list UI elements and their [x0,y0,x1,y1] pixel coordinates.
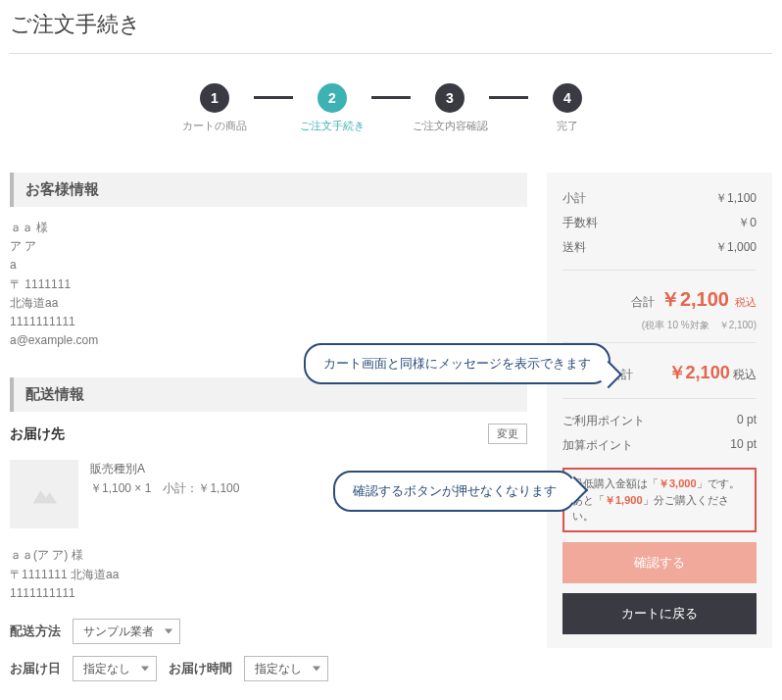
step-circle: 2 [318,83,347,113]
customer-kana: ア ア [10,237,527,256]
step-label: ご注文手続き [293,119,371,133]
change-shipping-button[interactable]: 変更 [488,424,527,444]
subtotal-value: ￥1,100 [715,190,757,207]
shipping-fee-value: ￥1,000 [715,239,757,256]
min-amount: ￥3,000 [659,477,697,489]
customer-postal: 〒 1111111 [10,275,527,294]
delivery-date-select[interactable]: 指定なし [73,656,157,681]
confirm-button: 確認する [562,542,757,583]
back-to-cart-button[interactable]: カートに戻る [562,593,757,634]
step-label: カートの商品 [175,119,254,133]
annotation-callout-2: 確認するボタンが押せなくなります [333,471,576,512]
shipping-fee-label: 送料 [562,239,586,256]
step-label: 完了 [528,119,607,133]
min-purchase-warning: 最低購入金額は「￥3,000」です。 あと「￥1,900」分ご購入ください。 [562,468,757,532]
delivery-time-label: お届け時間 [169,660,232,677]
use-points-label: ご利用ポイント [562,413,645,429]
shipping-dest-label: お届け先 [10,425,65,443]
use-points-row: ご利用ポイント 0 pt [562,409,757,433]
total-label: 合計 [631,294,655,311]
customer-info-title: お客様情報 [10,173,527,207]
divider [562,270,757,271]
add-points-value: 10 pt [730,437,757,454]
subtotal-label: 小計 [562,190,586,207]
customer-name: ａａ 様 [10,219,527,237]
divider [10,53,772,54]
ship-postal-addr: 〒1111111 北海道aa [10,566,527,584]
customer-info: ａａ 様 ア ア a 〒 1111111 北海道aa 1111111111 a@… [10,219,527,350]
delivery-time-select[interactable]: 指定なし [244,656,328,681]
step-circle: 3 [435,83,464,113]
add-points-row: 加算ポイント 10 pt [562,433,757,458]
step-line [254,96,293,99]
fee-value: ￥0 [738,215,757,231]
tax-suffix: 税込 [733,368,757,381]
use-points-value: 0 pt [737,413,757,429]
annotation-callout-1: カート画面と同様にメッセージを表示できます [304,343,611,384]
step-4: 4 完了 [528,83,607,133]
fee-row: 手数料 ￥0 [562,211,757,235]
product-price-line: ￥1,100 × 1 小計：￥1,100 [90,479,239,498]
step-line [371,96,411,99]
step-2: 2 ご注文手続き [293,83,371,133]
delivery-date-label: お届け日 [10,660,61,677]
product-placeholder-icon [10,460,78,528]
shipping-address: ａａ(ア ア) 様 〒1111111 北海道aa 1111111111 [10,546,527,603]
shipping-fee-row: 送料 ￥1,000 [562,235,757,260]
customer-something: a [10,256,527,275]
step-1: 1 カートの商品 [175,83,254,133]
ship-phone: 1111111111 [10,584,527,603]
remaining-amount: ￥1,900 [605,494,643,506]
step-line [489,96,528,99]
subtotal-row: 小計 ￥1,100 [562,186,757,211]
svg-marker-0 [33,491,57,504]
tax-note: (税率 10 %対象 ￥2,100) [562,319,757,332]
pay-value: ￥2,100 [668,363,730,382]
step-circle: 1 [200,83,229,113]
order-summary: 小計 ￥1,100 手数料 ￥0 送料 ￥1,000 合計 ￥2,100 税込 … [547,173,772,648]
ship-name: ａａ(ア ア) 様 [10,546,527,565]
fee-label: 手数料 [562,215,598,231]
stepper: 1 カートの商品 2 ご注文手続き 3 ご注文内容確認 4 完了 [10,83,772,133]
page-title: ご注文手続き [10,10,772,39]
step-circle: 4 [553,83,582,113]
shipping-method-label: 配送方法 [10,623,61,640]
step-3: 3 ご注文内容確認 [411,83,489,133]
shipping-method-select[interactable]: サンプル業者 [73,619,180,644]
step-label: ご注文内容確認 [411,119,489,133]
total-value: ￥2,100 [660,286,729,313]
add-points-label: 加算ポイント [562,437,633,454]
product-name: 販売種別A [90,460,239,478]
tax-suffix: 税込 [735,295,757,310]
customer-phone: 1111111111 [10,313,527,331]
divider [562,398,757,399]
customer-address: 北海道aa [10,294,527,313]
